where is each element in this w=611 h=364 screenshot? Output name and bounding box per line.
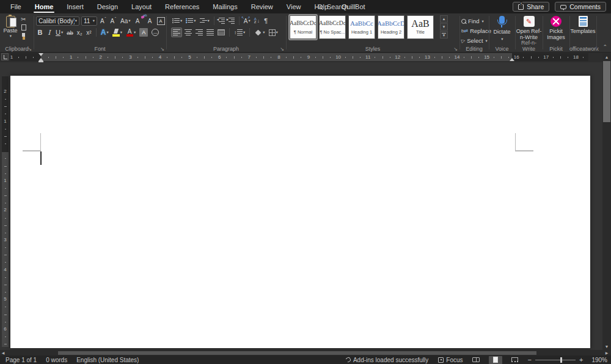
zoom-out-icon[interactable]: − — [528, 357, 532, 363]
comments-button[interactable]: Comments — [555, 2, 606, 12]
style-normal[interactable]: AaBbCcDc ¶ Normal — [290, 15, 316, 39]
align-center-button[interactable] — [183, 27, 193, 37]
character-scaling-button[interactable]: A▾ — [243, 16, 252, 26]
collapse-ribbon-icon[interactable]: ⌃ — [602, 44, 607, 50]
addins-status[interactable]: Add-ins loaded successfully — [346, 357, 428, 363]
font-color-button[interactable]: A▾ — [125, 27, 137, 37]
zoom-in-icon[interactable]: + — [579, 357, 583, 363]
style-no-spacing[interactable]: AaBbCcDc ¶ No Spac... — [319, 15, 346, 39]
read-mode-button[interactable] — [469, 356, 483, 364]
zoom-slider-thumb[interactable] — [560, 357, 562, 363]
horizontal-scrollbar-thumb[interactable] — [58, 351, 536, 355]
open-ref-n-write-button[interactable]: ✎ Open Ref-n-Write — [515, 16, 543, 40]
change-case-button[interactable]: Aa▾ — [119, 16, 132, 26]
italic-button[interactable]: I — [45, 27, 53, 37]
scroll-down-icon[interactable]: ▼ — [602, 343, 611, 350]
templates-button[interactable]: Templates — [569, 16, 596, 34]
enclose-characters-button[interactable]: — — [150, 27, 160, 37]
styles-scroll-up-icon[interactable]: ▲ — [440, 15, 448, 23]
text-highlight-button[interactable]: ▾ — [111, 27, 123, 37]
select-button[interactable]: ▷ Select ▾ — [461, 37, 488, 44]
format-painter-icon[interactable] — [22, 33, 25, 37]
font-dialog-launcher-icon[interactable]: ↘ — [160, 46, 164, 52]
paragraph-dialog-launcher-icon[interactable]: ↘ — [280, 46, 284, 52]
find-button[interactable]: Find ▾ — [461, 18, 484, 24]
pickit-images-button[interactable]: Pickit Images — [543, 16, 569, 40]
clipboard-dialog-launcher-icon[interactable]: ↘ — [27, 46, 32, 52]
shading-button[interactable]: ▾ — [253, 27, 266, 37]
shrink-font-button[interactable]: Aˇ — [109, 16, 118, 26]
first-line-indent-marker[interactable] — [38, 53, 43, 56]
underline-button[interactable]: U▾ — [54, 27, 64, 37]
templates-document-icon — [579, 16, 588, 27]
style-heading-1[interactable]: AaBbCc Heading 1 — [348, 15, 375, 39]
bullets-button[interactable]: ▾ — [171, 16, 183, 26]
document-page[interactable] — [10, 76, 590, 348]
multilevel-list-button[interactable]: ▾ — [199, 16, 211, 26]
phonetic-guide-button[interactable]: A — [146, 16, 154, 26]
styles-gallery-more-icon[interactable]: ▼ — [440, 31, 448, 38]
web-layout-button[interactable] — [508, 356, 522, 364]
tab-view[interactable]: View — [280, 0, 308, 13]
character-shading-button[interactable]: A — [138, 27, 149, 37]
share-button[interactable]: Share — [513, 2, 549, 12]
align-left-button[interactable] — [171, 27, 182, 37]
ruler-tick — [286, 57, 287, 58]
borders-button[interactable]: ▾ — [268, 27, 279, 37]
zoom-level[interactable]: 190% — [591, 357, 607, 363]
strikethrough-button[interactable]: ab — [65, 27, 75, 37]
tab-home[interactable]: Home — [28, 0, 60, 13]
styles-scroll-down-icon[interactable]: ▼ — [440, 23, 448, 31]
align-right-button[interactable] — [194, 27, 204, 37]
text-effects-button[interactable]: A▾ — [100, 27, 110, 37]
horizontal-ruler[interactable]: 1123456789101112131415161718 — [10, 53, 588, 61]
style-title[interactable]: AaB Title — [407, 15, 434, 39]
tab-mailings[interactable]: Mailings — [206, 0, 244, 13]
font-name-select[interactable]: Calibri (Body) ▾ — [36, 16, 79, 26]
scroll-right-icon[interactable]: ▶ — [604, 350, 610, 355]
distribute-button[interactable] — [216, 27, 226, 37]
increase-indent-button[interactable]: ▸ — [227, 16, 236, 26]
word-count[interactable]: 0 words — [46, 357, 67, 363]
page-indicator[interactable]: Page 1 of 1 — [5, 357, 37, 363]
replace-button[interactable]: b⇄ Replace — [461, 27, 491, 34]
vertical-scrollbar[interactable]: ▲ ▼ — [602, 53, 611, 350]
vertical-scrollbar-thumb[interactable] — [603, 61, 610, 122]
tab-file[interactable]: File — [4, 0, 28, 13]
grow-font-button[interactable]: Aˆ — [99, 16, 108, 26]
style-heading-2[interactable]: AaBbCcD Heading 2 — [378, 15, 404, 39]
tab-review[interactable]: Review — [244, 0, 280, 13]
paste-dropdown-caret[interactable]: ▾ — [10, 34, 12, 38]
sort-button[interactable]: AZ↓ — [253, 16, 261, 26]
horizontal-scrollbar[interactable]: ◀ ▶ — [0, 350, 611, 355]
tab-layout[interactable]: Layout — [125, 0, 158, 13]
numbering-button[interactable]: ▾ — [185, 16, 197, 26]
zoom-slider[interactable] — [535, 360, 576, 360]
subscript-button[interactable]: x₂ — [76, 27, 84, 37]
language-indicator[interactable]: English (United States) — [76, 357, 139, 363]
font-size-select[interactable]: 11 ▾ — [81, 16, 97, 26]
justify-button[interactable] — [205, 27, 215, 37]
decrease-indent-button[interactable]: ◂ — [218, 16, 226, 26]
dictate-button[interactable]: Dictate ▾ — [489, 16, 515, 42]
tab-references[interactable]: References — [158, 0, 206, 13]
clear-formatting-button[interactable]: A — [134, 16, 142, 26]
tab-stop-selector[interactable] — [1, 53, 9, 60]
paste-button[interactable]: Paste ▾ — [2, 16, 18, 44]
line-spacing-button[interactable]: ↕▾ — [233, 27, 246, 37]
scroll-up-icon[interactable]: ▲ — [602, 53, 611, 60]
superscript-button[interactable]: x² — [85, 27, 93, 37]
search-box[interactable]: Search — [318, 0, 348, 13]
styles-dialog-launcher-icon[interactable]: ↘ — [453, 46, 458, 52]
focus-toggle[interactable]: Focus — [438, 357, 463, 363]
tab-design[interactable]: Design — [90, 0, 125, 13]
copy-icon[interactable] — [21, 24, 26, 31]
scroll-left-icon[interactable]: ◀ — [0, 350, 6, 355]
character-border-button[interactable]: A — [156, 16, 166, 26]
vertical-ruler[interactable]: 21123456 — [2, 76, 9, 347]
tab-insert[interactable]: Insert — [60, 0, 90, 13]
bold-button[interactable]: B — [36, 27, 44, 37]
print-layout-button[interactable] — [489, 356, 502, 364]
cut-icon[interactable]: ✂ — [21, 16, 26, 23]
show-formatting-marks-button[interactable]: ¶ — [262, 16, 270, 26]
